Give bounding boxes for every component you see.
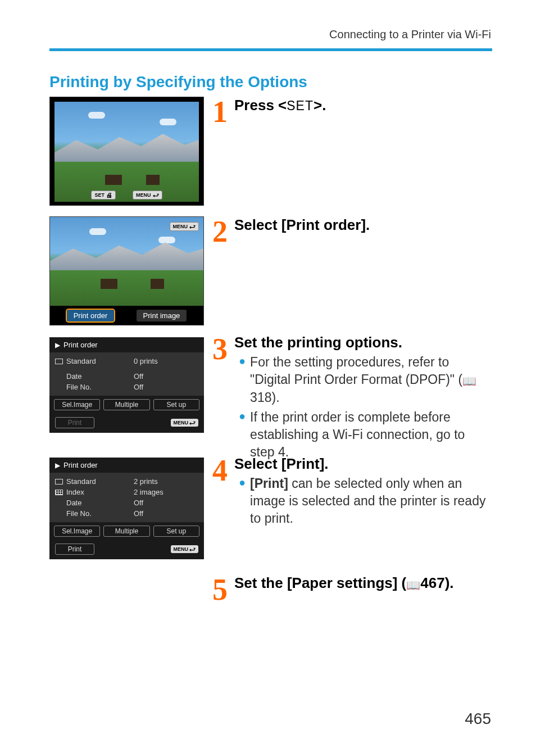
step-5: 5 Set the [Paper settings] (📖467). [212,574,491,605]
menu-badge: MENU⮐ [170,222,199,231]
menu-badge: MENU⮐ [171,545,199,553]
page-header: Connecting to a Printer via Wi-Fi [329,28,491,41]
print-order-tab[interactable]: Print order [67,310,115,322]
menu-row: File No. Off [49,382,204,392]
menu-row: File No. Off [49,508,204,519]
setup-button[interactable]: Set up [153,399,199,410]
step-heading: Set the [Paper settings] (📖467). [234,574,491,592]
menu-row: Standard 2 prints [49,476,204,487]
print-order-menu-1: ▶Print order Standard 0 prints Date Off … [49,337,204,433]
divider-line [49,48,492,51]
print-image-tab[interactable]: Print image [137,310,187,322]
bullet-icon: ● [239,355,246,366]
menu-row: Date Off [49,497,204,508]
menu-title: ▶Print order [49,458,204,473]
step-1: 1 Press <SET>. [212,97,491,127]
rect-icon [55,479,63,485]
page-number: 465 [465,710,491,728]
print-button[interactable]: Print [55,544,94,555]
print-order-menu-2: ▶Print order Standard 2 prints Index 2 i… [49,458,204,559]
heading-suffix: >. [314,97,326,114]
step-3: 3 Set the printing options. ● For the se… [212,334,491,461]
step-heading: Press <SET>. [234,97,491,114]
menu-row: Index 2 images [49,487,204,497]
bullet-text: [Print] can be selected only when an ima… [250,475,491,527]
multiple-button[interactable]: Multiple [103,526,149,537]
sel-image-button[interactable]: Sel.Image [54,526,100,537]
step-4: 4 Select [Print]. ● [Print] can be selec… [212,455,491,527]
menu-row: Standard 0 prints [49,356,204,366]
bullet-text: If the print order is complete before es… [250,409,491,461]
menu-badge: MENU⮐ [133,191,162,200]
bullet-icon: ● [239,410,246,422]
heading-prefix: Press < [234,97,287,114]
step-number: 1 [212,97,228,127]
camera-screenshot-2: MENU⮐ Print order Print image [49,216,204,325]
set-label: SET [287,98,314,113]
book-icon: 📖 [406,578,420,592]
step-2: 2 Select [Print order]. [212,216,491,247]
section-title: Printing by Specifying the Options [49,73,307,91]
set-badge: SET🖨 [91,191,116,200]
menu-buttons: Sel.Image Multiple Set up [49,396,204,414]
print-button: Print [55,417,94,428]
step-number: 4 [212,455,228,486]
bullet-icon: ● [239,477,246,488]
step-number: 5 [212,574,228,605]
rect-icon [55,359,63,364]
menu-row: Date Off [49,371,204,382]
bullet-text: For the setting procedures, refer to "Di… [250,354,491,406]
step-heading: Select [Print order]. [234,216,491,234]
step-heading: Select [Print]. [234,455,491,473]
menu-buttons: Sel.Image Multiple Set up [49,522,204,540]
step-number: 2 [212,216,228,247]
multiple-button[interactable]: Multiple [103,399,149,410]
camera-screenshot-1: 🖨 SET🖨 MENU⮐ [49,97,204,206]
grid-icon [55,490,63,495]
menu-badge: MENU⮐ [171,419,199,427]
step-heading: Set the printing options. [234,334,491,351]
setup-button[interactable]: Set up [153,526,199,537]
menu-title: ▶Print order [49,337,204,352]
sel-image-button[interactable]: Sel.Image [54,399,100,410]
book-icon: 📖 [462,374,476,389]
step-number: 3 [212,334,228,364]
